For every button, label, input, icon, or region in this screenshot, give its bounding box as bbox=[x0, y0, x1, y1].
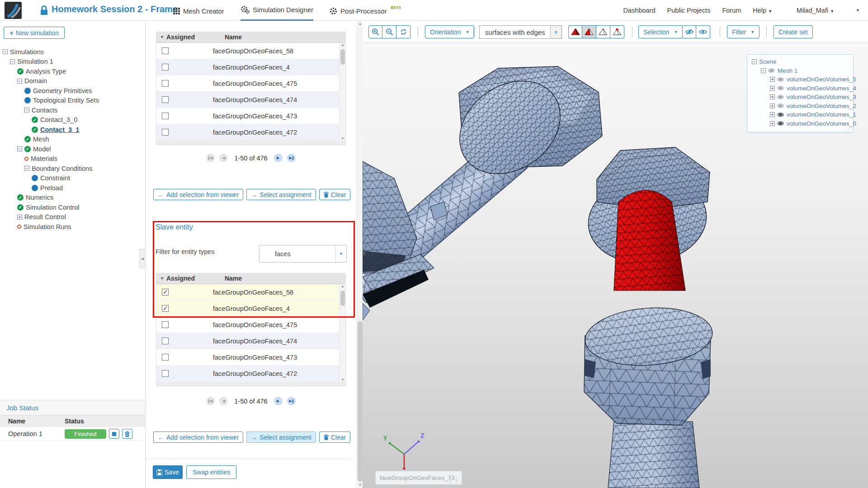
scene-expander-icon[interactable] bbox=[770, 121, 775, 126]
entity-row[interactable]: faceGroupOnGeoFaces_472 bbox=[156, 124, 345, 141]
nav-post-processor[interactable]: Post-Processor BETA bbox=[330, 0, 401, 21]
tree-item[interactable]: Model bbox=[0, 144, 146, 154]
entity-checkbox[interactable] bbox=[162, 338, 169, 344]
zoom-out-button[interactable] bbox=[382, 25, 396, 38]
simscale-logo-icon[interactable] bbox=[5, 2, 22, 19]
tree-expander-icon[interactable] bbox=[24, 166, 29, 171]
scene-expander-icon[interactable] bbox=[770, 112, 775, 117]
scene-expander-icon[interactable] bbox=[752, 59, 757, 64]
create-set-button[interactable]: Create set bbox=[774, 25, 813, 38]
add-selection-from-viewer-button[interactable]: ←Add selection from viewer bbox=[153, 432, 243, 443]
entity-row[interactable]: faceGroupOnGeoFaces_473 bbox=[156, 349, 345, 366]
first-page-button[interactable]: ◀ bbox=[206, 397, 215, 405]
tree-expander-icon[interactable] bbox=[24, 108, 29, 113]
visibility-eye-icon[interactable] bbox=[777, 77, 784, 82]
scrollbar-thumb[interactable] bbox=[358, 321, 363, 482]
sidebar-collapse-handle[interactable]: ◀ bbox=[139, 249, 145, 268]
entity-checkbox[interactable] bbox=[162, 354, 169, 361]
scene-item[interactable]: Mesh 1 bbox=[751, 66, 851, 75]
last-page-button[interactable]: ▶ bbox=[287, 397, 296, 405]
entity-type-select[interactable]: faces ▼ bbox=[259, 245, 347, 263]
entity-checkbox[interactable] bbox=[162, 305, 169, 312]
overflow-menu-icon[interactable]: ▼ bbox=[856, 8, 860, 13]
scroll-down-icon[interactable]: ▼ bbox=[340, 378, 346, 382]
visibility-eye-icon[interactable] bbox=[777, 86, 784, 90]
tree-item[interactable]: Topological Entity Sets bbox=[0, 96, 146, 106]
entity-row[interactable]: faceGroupOnGeoFaces_4 bbox=[156, 300, 345, 317]
tree-item[interactable]: Analysis Type bbox=[0, 66, 146, 76]
entity-checkbox[interactable] bbox=[162, 129, 169, 136]
entity-checkbox[interactable] bbox=[162, 113, 169, 119]
viewer-collapse-handle[interactable]: ‖ bbox=[363, 251, 366, 256]
orientation-button[interactable]: Orientation▼ bbox=[425, 25, 474, 38]
entity-row[interactable]: faceGroupOnGeoFaces_474 bbox=[156, 333, 345, 349]
scene-item[interactable]: volumeOnGeoVolumes_2 bbox=[751, 102, 851, 111]
select-assignment-button[interactable]: →Select assignment bbox=[246, 432, 316, 443]
panel-scrollbar[interactable]: ▲ ▼ bbox=[357, 21, 363, 488]
visibility-eye-icon[interactable] bbox=[777, 103, 784, 108]
next-page-button[interactable]: ▶ bbox=[274, 397, 283, 405]
nav-simulation-designer[interactable]: Simulation Designer bbox=[241, 0, 313, 21]
viewport-3d[interactable]: ‖ Scene Mesh 1 bbox=[363, 43, 868, 488]
zoom-in-button[interactable] bbox=[368, 25, 382, 38]
entity-row[interactable]: faceGroupOnGeoFaces_4 bbox=[156, 59, 345, 75]
render-mode-solid-button[interactable] bbox=[568, 25, 582, 38]
scrollbar-thumb[interactable] bbox=[340, 291, 345, 306]
scene-item[interactable]: Scene bbox=[751, 57, 851, 66]
scene-item[interactable]: volumeOnGeoVolumes_5 bbox=[751, 75, 851, 84]
entity-checkbox[interactable] bbox=[162, 64, 169, 70]
tree-item[interactable]: Contact_3_1 bbox=[0, 125, 146, 135]
user-menu[interactable]: Milad_Mafi▼ bbox=[797, 7, 834, 14]
tree-expander-icon[interactable] bbox=[17, 215, 22, 220]
select-assignment-button[interactable]: →Select assignment bbox=[246, 189, 316, 200]
link-forum[interactable]: Forum bbox=[722, 7, 741, 14]
hide-selection-button[interactable] bbox=[682, 25, 696, 38]
entity-checkbox[interactable] bbox=[162, 80, 169, 87]
new-simulation-button[interactable]: +New simulation bbox=[4, 27, 65, 39]
table-scrollbar[interactable]: ▲ ▼ bbox=[339, 284, 345, 382]
chevron-down-icon[interactable]: ▼ bbox=[550, 26, 561, 38]
render-mode-surface-edges-button[interactable] bbox=[582, 25, 596, 38]
tree-item[interactable]: Simulation Control bbox=[0, 202, 146, 212]
last-page-button[interactable]: ▶ bbox=[287, 154, 296, 162]
entity-row[interactable]: faceGroupOnGeoFaces_475 bbox=[156, 317, 345, 333]
tree-item[interactable]: Contact_3_0 bbox=[0, 115, 146, 125]
scene-expander-icon[interactable] bbox=[770, 94, 775, 99]
resize-grip-icon[interactable]: ⋮⋮ bbox=[842, 126, 852, 131]
clear-button[interactable]: Clear bbox=[319, 189, 350, 200]
scene-item[interactable]: volumeOnGeoVolumes_3 bbox=[751, 93, 851, 102]
next-page-button[interactable]: ▶ bbox=[274, 154, 283, 162]
swap-entities-button[interactable]: Swap entities bbox=[186, 465, 236, 479]
entity-checkbox[interactable] bbox=[162, 289, 169, 296]
tree-item[interactable]: Simulation Runs bbox=[0, 222, 146, 232]
scene-expander-icon[interactable] bbox=[770, 103, 775, 108]
render-mode-points-button[interactable] bbox=[610, 25, 624, 38]
scene-expander-icon[interactable] bbox=[770, 86, 775, 91]
nav-mesh-creator[interactable]: Mesh Creator bbox=[173, 0, 224, 21]
tree-item[interactable]: Mesh bbox=[0, 135, 146, 145]
reset-view-button[interactable] bbox=[396, 25, 410, 38]
display-mode-select[interactable]: surfaces with edges ▼ bbox=[479, 25, 562, 39]
scene-item[interactable]: volumeOnGeoVolumes_4 bbox=[751, 84, 851, 93]
prev-page-button[interactable]: ◀ bbox=[219, 154, 228, 162]
entity-row[interactable]: faceGroupOnGeoFaces_473 bbox=[156, 108, 345, 124]
table-scrollbar[interactable]: ▲ ▼ bbox=[339, 43, 345, 141]
scroll-down-icon[interactable]: ▼ bbox=[340, 136, 346, 141]
first-page-button[interactable]: ◀ bbox=[206, 154, 215, 162]
entity-row[interactable]: faceGroupOnGeoFaces_474 bbox=[156, 92, 345, 108]
visibility-eye-icon[interactable] bbox=[777, 113, 784, 117]
tree-item[interactable]: Numerics bbox=[0, 193, 146, 203]
entity-checkbox[interactable] bbox=[162, 96, 169, 103]
tree-item[interactable]: Materials bbox=[0, 154, 146, 164]
clear-button[interactable]: Clear bbox=[319, 432, 350, 443]
visibility-eye-icon[interactable] bbox=[777, 121, 784, 126]
tree-item[interactable]: Preload bbox=[0, 183, 146, 193]
filter-button[interactable]: Filter▼ bbox=[727, 25, 760, 38]
tree-item[interactable]: Contacts bbox=[0, 105, 146, 115]
scene-item[interactable]: volumeOnGeoVolumes_1 bbox=[751, 110, 851, 119]
add-selection-from-viewer-button[interactable]: ←Add selection from viewer bbox=[153, 189, 243, 200]
delete-job-button[interactable] bbox=[122, 429, 132, 439]
entity-row[interactable]: faceGroupOnGeoFaces_58 bbox=[156, 43, 345, 59]
show-selection-button[interactable] bbox=[696, 25, 710, 38]
tree-expander-icon[interactable] bbox=[17, 79, 22, 84]
